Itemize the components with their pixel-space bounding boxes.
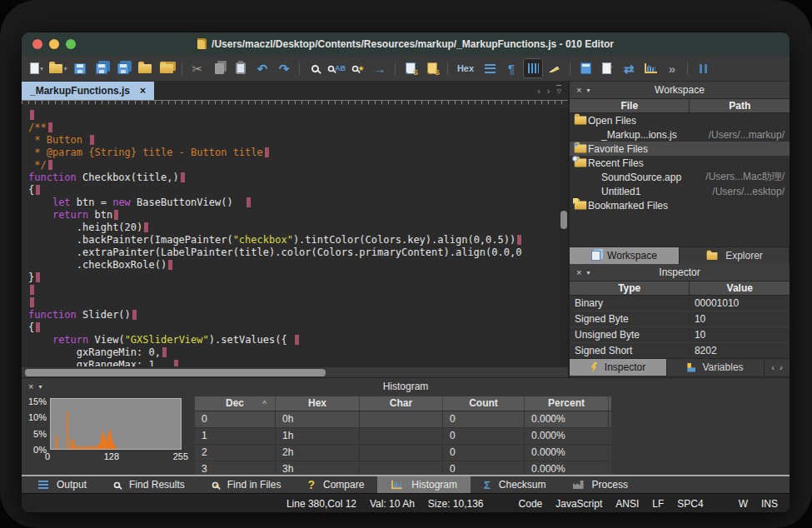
histogram-column-count[interactable]: Count [443, 396, 525, 411]
status-mode[interactable]: Code [519, 498, 543, 510]
editor-column: _MarkupFunctions.js × ‹ › ▿ /** * Button… [22, 82, 568, 377]
script-icon [406, 62, 416, 74]
tab-markupfunctions[interactable]: _MarkupFunctions.js × [22, 82, 154, 100]
goto-button[interactable]: → [370, 58, 390, 78]
columns-icon [528, 63, 539, 73]
workspace-row[interactable]: _Markup...ions.js/Users/...markup/ [570, 127, 790, 142]
open-recent-button[interactable] [157, 58, 177, 78]
status-language[interactable]: JavaScript [555, 498, 602, 510]
cut-button[interactable]: ✂ [187, 58, 207, 78]
inspector-row[interactable]: Signed Byte10 [570, 311, 790, 327]
tab-checksum[interactable]: ΣChecksum [471, 476, 560, 493]
tab-explorer[interactable]: Explorer [680, 247, 790, 264]
tab-process[interactable]: Process [560, 476, 641, 493]
save-as-button[interactable] [92, 58, 112, 78]
find-in-files-button[interactable]: ★ [348, 58, 368, 78]
redo-button[interactable]: ↷ [274, 58, 294, 78]
tab-find-results[interactable]: Find Results [100, 476, 198, 493]
show-whitespace-button[interactable]: ¶ [501, 58, 521, 78]
open-folder-button[interactable] [135, 58, 155, 78]
more-tools-button[interactable]: » [662, 58, 682, 78]
histogram-column-char[interactable]: Char [360, 396, 443, 411]
histogram-table-row[interactable]: 33h00.000% [195, 461, 611, 475]
column-mode-button[interactable] [523, 58, 543, 78]
toolbar-separator [687, 62, 688, 75]
paste-button[interactable] [231, 58, 251, 78]
histogram-bar [115, 446, 117, 449]
check-button[interactable]: ? [597, 58, 617, 78]
new-file-button[interactable]: ▾ [27, 58, 47, 78]
histogram-column-dec[interactable]: Dec^ [195, 396, 276, 411]
histogram-column-hex[interactable]: Hex [276, 396, 360, 411]
vertical-scrollbar-thumb[interactable] [560, 211, 567, 229]
workspace-row[interactable]: Open Files [570, 113, 790, 127]
histogram-table-row[interactable]: 22h00.000% [195, 445, 611, 461]
tab-label: Variables [702, 361, 743, 373]
x-tick-label: 128 [104, 451, 119, 461]
status-encoding[interactable]: ANSI [615, 498, 639, 510]
tab-histogram[interactable]: Histogram [377, 476, 471, 493]
panel-next-icon[interactable]: › [780, 362, 783, 372]
status-spacing[interactable]: SPC4 [677, 498, 703, 510]
run-template-button[interactable] [422, 58, 442, 78]
tab-find-in-files[interactable]: ★Find in Files [198, 476, 295, 493]
tab-compare[interactable]: ?Compare [294, 476, 377, 493]
column-file[interactable]: File [570, 99, 690, 112]
tab-output[interactable]: Output [25, 476, 100, 493]
tab-close-icon[interactable]: × [140, 85, 146, 97]
inspector-type: Signed Byte [570, 313, 690, 325]
folder-icon [573, 201, 588, 210]
word-wrap-button[interactable] [480, 58, 500, 78]
status-insert-mode[interactable]: INS [761, 498, 778, 510]
histogram-column-percent[interactable]: Percent [525, 396, 609, 411]
save-all-button[interactable] [113, 58, 133, 78]
swap-bytes-button[interactable]: ⇄ [619, 58, 639, 78]
status-line-ending[interactable]: LF [652, 498, 664, 510]
workspace-row[interactable]: ★Favorite Files [570, 142, 790, 156]
run-script-button[interactable] [401, 58, 421, 78]
bottom-tab-bar: Output Find Results ★Find in Files ?Comp… [22, 475, 790, 493]
undo-button[interactable]: ↶ [252, 58, 272, 78]
inspector-row[interactable]: Signed Short8202 [570, 343, 790, 358]
inspector-row[interactable]: Binary00001010 [570, 296, 790, 311]
workspace-row[interactable]: Bookmarked Files [570, 198, 790, 212]
find-button[interactable] [305, 58, 325, 78]
pause-button[interactable] [693, 58, 713, 78]
horizontal-scrollbar[interactable] [22, 366, 568, 377]
tab-prev-icon[interactable]: ‹ [537, 86, 541, 96]
inspector-row[interactable]: Unsigned Byte10 [570, 327, 790, 343]
editor-viewport[interactable]: /** * Button * @param {String} title - B… [22, 107, 568, 366]
column-path[interactable]: Path [690, 99, 790, 112]
copy-button[interactable] [209, 58, 229, 78]
workspace-row[interactable]: Untitled1/Users/...esktop/ [570, 184, 790, 198]
vertical-scrollbar[interactable] [560, 107, 568, 366]
histogram-table-row[interactable]: 00h00.000% [195, 411, 611, 428]
tab-workspace[interactable]: Workspace [570, 247, 680, 264]
tab-inspector[interactable]: Inspector [570, 359, 667, 376]
panel-prev-icon[interactable]: ‹ [771, 362, 775, 372]
histogram-table-row[interactable]: 11h00.000% [195, 428, 611, 445]
lightning-icon [590, 362, 598, 373]
horizontal-scrollbar-thumb[interactable] [25, 369, 326, 376]
column-type[interactable]: Type [570, 281, 690, 295]
highlight-button[interactable] [545, 58, 565, 78]
file-name: Recent Files [588, 157, 644, 169]
hex-mode-button[interactable]: Hex [453, 58, 478, 78]
tab-next-icon[interactable]: › [547, 86, 550, 96]
column-value[interactable]: Value [690, 281, 790, 295]
calculator-button[interactable] [575, 58, 595, 78]
undo-icon: ↶ [257, 62, 268, 75]
tab-list-icon[interactable]: ▿ [556, 85, 561, 97]
code-content[interactable]: /** * Button * @param {String} title - B… [22, 107, 568, 366]
status-wrap[interactable]: W [739, 498, 748, 510]
replace-button[interactable]: AB [326, 58, 346, 78]
cell: 0.000% [525, 461, 609, 475]
chart-x-axis: 0128255 [45, 451, 188, 461]
open-file-button[interactable]: ▾ [48, 58, 68, 78]
save-button[interactable] [70, 58, 90, 78]
histogram-tool-button[interactable] [640, 58, 660, 78]
workspace-row[interactable]: SoundSource.app/Users...Mac助理/ [570, 170, 790, 184]
tab-variables[interactable]: Variables [667, 359, 765, 376]
workspace-row[interactable]: Recent Files [570, 156, 790, 170]
right-panel: × ▾ Workspace File Path Open Files_Marku… [568, 82, 790, 377]
